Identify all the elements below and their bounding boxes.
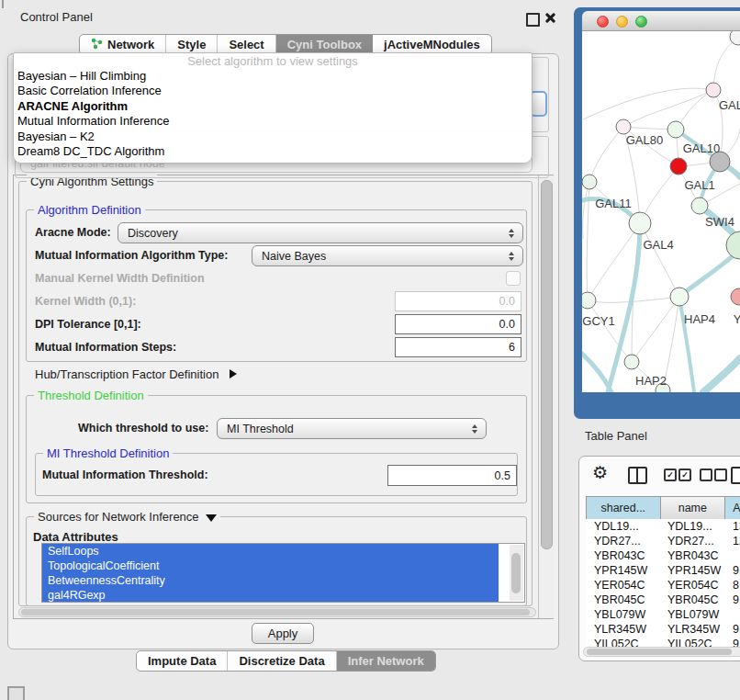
deselect-all-checkbox-icon[interactable] bbox=[714, 469, 727, 481]
network-node[interactable] bbox=[706, 83, 721, 97]
data-attribute-item[interactable]: BetweennessCentrality bbox=[42, 573, 499, 588]
algorithm-option[interactable]: Bayesian – K2 bbox=[14, 130, 532, 144]
which-threshold-select[interactable]: MI Threshold bbox=[217, 418, 487, 439]
table-cell[interactable]: YBR043C bbox=[659, 548, 724, 563]
algorithm-option[interactable]: ARACNE Algorithm bbox=[14, 99, 532, 114]
select-all-checkbox-icon[interactable]: ✓ bbox=[664, 469, 677, 481]
tab-select[interactable]: Select bbox=[218, 35, 275, 54]
tab-network[interactable]: Network bbox=[80, 35, 166, 54]
table-cell[interactable]: YER054C bbox=[659, 578, 724, 593]
table-cell[interactable]: YBR045C bbox=[586, 593, 659, 607]
table-cell[interactable]: YLR345W bbox=[586, 622, 659, 637]
tab-infer-network[interactable]: Infer Network bbox=[337, 651, 435, 671]
apply-button[interactable]: Apply bbox=[252, 623, 314, 644]
table-row[interactable]: YLR345WYLR345W9. bbox=[586, 622, 740, 637]
gear-icon[interactable]: ⚙ bbox=[592, 463, 608, 483]
table-cell[interactable]: YDR27... bbox=[659, 534, 724, 548]
network-node[interactable] bbox=[582, 292, 596, 309]
deselect-all-checkbox-icon[interactable] bbox=[700, 469, 712, 481]
table-cell[interactable]: YPR145W bbox=[659, 563, 724, 578]
table-row[interactable]: YPR145WYPR145W9. bbox=[586, 563, 740, 578]
network-canvas[interactable]: GALGAL80GAL10GAL1GAL11SWI4GAL4GCY1HAP4YH… bbox=[582, 31, 740, 392]
split-view-icon[interactable] bbox=[628, 467, 647, 484]
float-window-button[interactable] bbox=[526, 13, 540, 27]
hub-definition-expander[interactable]: Hub/Transcription Factor Definition bbox=[35, 367, 237, 381]
mi-steps-field[interactable]: 6 bbox=[395, 337, 521, 357]
column-header-shared-name[interactable]: shared... bbox=[587, 497, 661, 520]
network-node[interactable] bbox=[726, 231, 740, 259]
table-cell[interactable]: YLR345W bbox=[659, 622, 724, 637]
table-cell[interactable]: YDL19... bbox=[586, 519, 659, 534]
table-body[interactable]: YDL19...YDL19...13YDR27...YDR27...12YBR0… bbox=[586, 519, 740, 648]
column-header-partial[interactable]: A bbox=[725, 497, 740, 520]
table-cell[interactable]: YBL079W bbox=[659, 607, 724, 622]
table-row[interactable]: YDL19...YDL19...13 bbox=[586, 519, 740, 534]
close-panel-button[interactable] bbox=[544, 11, 556, 24]
tab-jactivemnodules[interactable]: jActiveMNodules bbox=[373, 35, 491, 54]
table-cell[interactable]: 9. bbox=[724, 593, 740, 607]
network-node[interactable] bbox=[667, 121, 684, 138]
manual-kernel-checkbox[interactable] bbox=[506, 271, 521, 286]
network-window-titlebar[interactable] bbox=[582, 11, 740, 31]
algorithm-option[interactable]: Basic Correlation Inference bbox=[14, 84, 532, 98]
list-vertical-scrollbar[interactable] bbox=[510, 545, 523, 601]
mi-type-select[interactable]: Naive Bayes bbox=[252, 245, 523, 266]
table-cell[interactable]: YPR145W bbox=[586, 563, 659, 578]
table-cell[interactable] bbox=[724, 548, 740, 563]
table-cell[interactable]: 8. bbox=[724, 578, 740, 593]
aracne-mode-select[interactable]: Discovery bbox=[118, 222, 523, 243]
table-cell[interactable]: YBR045C bbox=[659, 593, 724, 607]
sources-title[interactable]: Sources for Network Inference bbox=[34, 510, 220, 524]
table-cell[interactable] bbox=[724, 607, 740, 622]
table-row[interactable]: YBL079WYBL079W bbox=[586, 607, 740, 622]
scrollbar-thumb[interactable] bbox=[21, 609, 530, 615]
tab-cyni-toolbox[interactable]: Cyni Toolbox bbox=[276, 35, 373, 54]
dpi-tolerance-field[interactable]: 0.0 bbox=[395, 314, 521, 334]
table-cell[interactable]: YER054C bbox=[586, 578, 659, 593]
algorithm-option[interactable]: Dream8 DC_TDC Algorithm bbox=[14, 144, 532, 159]
data-attributes-list[interactable]: SelfLoopsTopologicalCoefficientBetweenne… bbox=[41, 543, 525, 603]
table-cell[interactable]: YBR043C bbox=[586, 548, 659, 563]
table-row[interactable]: YBR045CYBR045C9. bbox=[586, 593, 740, 607]
minimized-window-icon[interactable] bbox=[7, 686, 25, 700]
settings-horizontal-scrollbar[interactable] bbox=[18, 607, 536, 617]
network-node[interactable] bbox=[616, 119, 631, 134]
data-attribute-item[interactable]: TopologicalCoefficient bbox=[42, 559, 499, 573]
scrollbar-thumb[interactable] bbox=[587, 649, 732, 655]
network-node[interactable] bbox=[731, 288, 740, 305]
table-cell[interactable]: 12 bbox=[724, 534, 740, 548]
minimize-window-icon[interactable] bbox=[616, 16, 628, 28]
settings-vertical-scrollbar[interactable] bbox=[538, 175, 554, 618]
select-all-checkbox-icon[interactable]: ✓ bbox=[678, 469, 691, 481]
network-node[interactable] bbox=[670, 288, 689, 306]
table-row[interactable]: YDR27...YDR27...12 bbox=[586, 534, 740, 548]
data-attribute-item[interactable]: SelfLoops bbox=[42, 544, 499, 559]
network-view-window[interactable]: GALGAL80GAL10GAL1GAL11SWI4GAL4GCY1HAP4YH… bbox=[574, 7, 740, 419]
partial-toolbar-icon[interactable] bbox=[731, 467, 740, 484]
close-window-icon[interactable] bbox=[597, 16, 609, 28]
network-node[interactable] bbox=[691, 198, 708, 214]
table-cell[interactable]: YDL19... bbox=[659, 519, 724, 534]
table-cell[interactable]: 9. bbox=[724, 563, 740, 578]
table-row[interactable]: YER054CYER054C8. bbox=[586, 578, 740, 593]
table-cell[interactable]: YDR27... bbox=[586, 534, 659, 548]
table-cell[interactable]: YBL079W bbox=[586, 607, 659, 622]
network-node[interactable] bbox=[624, 355, 639, 369]
network-node[interactable] bbox=[670, 158, 687, 175]
network-node[interactable] bbox=[629, 212, 651, 234]
column-header-name[interactable]: name bbox=[661, 497, 726, 520]
algorithm-option[interactable]: Mutual Information Inference bbox=[14, 114, 532, 129]
network-node[interactable] bbox=[582, 175, 597, 189]
zoom-window-icon[interactable] bbox=[635, 16, 647, 28]
scrollbar-thumb[interactable] bbox=[541, 180, 553, 549]
table-horizontal-scrollbar[interactable] bbox=[583, 647, 740, 657]
table-cell[interactable]: 9. bbox=[724, 622, 740, 637]
tab-impute-data[interactable]: Impute Data bbox=[137, 651, 228, 671]
data-attribute-item[interactable]: gal4RGexp bbox=[42, 588, 499, 603]
algorithm-option[interactable]: Bayesian – Hill Climbing bbox=[14, 69, 532, 84]
kernel-width-field[interactable]: 0.0 bbox=[395, 291, 521, 311]
mi-threshold-field[interactable]: 0.5 bbox=[387, 465, 517, 486]
table-row[interactable]: YBR043CYBR043C bbox=[586, 548, 740, 563]
tab-discretize-data[interactable]: Discretize Data bbox=[228, 651, 336, 671]
tab-style[interactable]: Style bbox=[166, 35, 218, 54]
